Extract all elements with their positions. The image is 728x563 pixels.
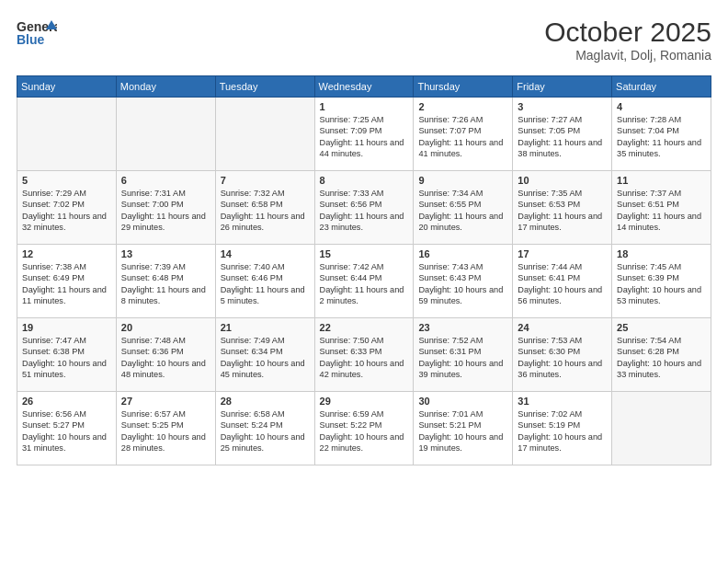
day-info: Sunrise: 7:35 AMSunset: 6:53 PMDaylight:… (518, 188, 607, 234)
day-number: 29 (320, 396, 409, 407)
calendar-cell: 30Sunrise: 7:01 AMSunset: 5:21 PMDayligh… (414, 392, 513, 465)
day-header-saturday: Saturday (612, 76, 711, 98)
calendar-cell: 8Sunrise: 7:33 AMSunset: 6:56 PMDaylight… (314, 171, 414, 245)
day-number: 5 (22, 175, 111, 186)
calendar-cell: 3Sunrise: 7:27 AMSunset: 7:05 PMDaylight… (513, 98, 612, 171)
logo: General Blue (17, 17, 57, 50)
day-number: 18 (617, 248, 706, 259)
day-info: Sunrise: 7:32 AMSunset: 6:58 PMDaylight:… (221, 188, 310, 234)
day-info: Sunrise: 7:29 AMSunset: 7:02 PMDaylight:… (22, 188, 111, 234)
calendar-cell: 9Sunrise: 7:34 AMSunset: 6:55 PMDaylight… (414, 171, 513, 245)
calendar-cell: 28Sunrise: 6:58 AMSunset: 5:24 PMDayligh… (215, 392, 314, 465)
calendar-cell: 16Sunrise: 7:43 AMSunset: 6:43 PMDayligh… (414, 245, 513, 318)
page: General Blue October 2025 Maglavit, Dolj… (0, 0, 728, 563)
day-info: Sunrise: 7:47 AMSunset: 6:38 PMDaylight:… (22, 335, 111, 381)
day-info: Sunrise: 6:59 AMSunset: 5:22 PMDaylight:… (320, 408, 409, 454)
calendar: SundayMondayTuesdayWednesdayThursdayFrid… (17, 75, 711, 465)
calendar-cell (612, 392, 711, 465)
calendar-cell: 5Sunrise: 7:29 AMSunset: 7:02 PMDaylight… (17, 171, 117, 245)
day-number: 15 (320, 248, 409, 259)
day-number: 9 (418, 175, 507, 186)
day-info: Sunrise: 6:58 AMSunset: 5:24 PMDaylight:… (221, 408, 310, 454)
day-info: Sunrise: 7:01 AMSunset: 5:21 PMDaylight:… (418, 408, 507, 454)
day-info: Sunrise: 7:43 AMSunset: 6:43 PMDaylight:… (418, 261, 507, 307)
calendar-cell: 26Sunrise: 6:56 AMSunset: 5:27 PMDayligh… (17, 392, 117, 465)
day-number: 16 (418, 248, 507, 259)
day-number: 12 (22, 248, 111, 259)
svg-text:Blue: Blue (17, 32, 45, 47)
day-header-friday: Friday (513, 76, 612, 98)
day-info: Sunrise: 7:48 AMSunset: 6:36 PMDaylight:… (121, 335, 210, 381)
day-number: 3 (518, 101, 607, 112)
calendar-cell: 17Sunrise: 7:44 AMSunset: 6:41 PMDayligh… (513, 245, 612, 318)
week-row-1: 5Sunrise: 7:29 AMSunset: 7:02 PMDaylight… (17, 171, 711, 245)
day-info: Sunrise: 7:42 AMSunset: 6:44 PMDaylight:… (320, 261, 409, 307)
day-info: Sunrise: 7:49 AMSunset: 6:34 PMDaylight:… (221, 335, 310, 381)
calendar-cell: 21Sunrise: 7:49 AMSunset: 6:34 PMDayligh… (215, 318, 314, 392)
day-info: Sunrise: 7:50 AMSunset: 6:33 PMDaylight:… (320, 335, 409, 381)
calendar-cell: 12Sunrise: 7:38 AMSunset: 6:49 PMDayligh… (17, 245, 117, 318)
day-number: 31 (518, 396, 607, 407)
calendar-cell: 14Sunrise: 7:40 AMSunset: 6:46 PMDayligh… (215, 245, 314, 318)
calendar-cell: 2Sunrise: 7:26 AMSunset: 7:07 PMDaylight… (414, 98, 513, 171)
day-info: Sunrise: 7:52 AMSunset: 6:31 PMDaylight:… (418, 335, 507, 381)
day-number: 20 (121, 322, 210, 333)
week-row-0: 1Sunrise: 7:25 AMSunset: 7:09 PMDaylight… (17, 98, 711, 171)
header: General Blue October 2025 Maglavit, Dolj… (17, 17, 711, 63)
day-info: Sunrise: 7:53 AMSunset: 6:30 PMDaylight:… (518, 335, 607, 381)
week-row-3: 19Sunrise: 7:47 AMSunset: 6:38 PMDayligh… (17, 318, 711, 392)
calendar-cell: 20Sunrise: 7:48 AMSunset: 6:36 PMDayligh… (116, 318, 215, 392)
calendar-cell: 23Sunrise: 7:52 AMSunset: 6:31 PMDayligh… (414, 318, 513, 392)
day-number: 21 (221, 322, 310, 333)
day-header-monday: Monday (116, 76, 215, 98)
day-info: Sunrise: 7:54 AMSunset: 6:28 PMDaylight:… (617, 335, 706, 381)
day-info: Sunrise: 7:45 AMSunset: 6:39 PMDaylight:… (617, 261, 706, 307)
day-number: 2 (418, 101, 507, 112)
day-info: Sunrise: 7:33 AMSunset: 6:56 PMDaylight:… (320, 188, 409, 234)
calendar-cell: 25Sunrise: 7:54 AMSunset: 6:28 PMDayligh… (612, 318, 711, 392)
day-info: Sunrise: 7:44 AMSunset: 6:41 PMDaylight:… (518, 261, 607, 307)
day-info: Sunrise: 7:25 AMSunset: 7:09 PMDaylight:… (320, 114, 409, 160)
calendar-cell: 7Sunrise: 7:32 AMSunset: 6:58 PMDaylight… (215, 171, 314, 245)
calendar-cell: 29Sunrise: 6:59 AMSunset: 5:22 PMDayligh… (314, 392, 414, 465)
day-number: 8 (320, 175, 409, 186)
calendar-cell (215, 98, 314, 171)
calendar-cell (17, 98, 117, 171)
month-title: October 2025 (544, 17, 711, 48)
location: Maglavit, Dolj, Romania (544, 48, 711, 63)
day-header-wednesday: Wednesday (314, 76, 414, 98)
day-info: Sunrise: 7:27 AMSunset: 7:05 PMDaylight:… (518, 114, 607, 160)
day-number: 14 (221, 248, 310, 259)
calendar-cell: 6Sunrise: 7:31 AMSunset: 7:00 PMDaylight… (116, 171, 215, 245)
day-header-sunday: Sunday (17, 76, 117, 98)
calendar-cell: 4Sunrise: 7:28 AMSunset: 7:04 PMDaylight… (612, 98, 711, 171)
day-info: Sunrise: 7:28 AMSunset: 7:04 PMDaylight:… (617, 114, 706, 160)
day-info: Sunrise: 7:38 AMSunset: 6:49 PMDaylight:… (22, 261, 111, 307)
day-info: Sunrise: 7:26 AMSunset: 7:07 PMDaylight:… (418, 114, 507, 160)
calendar-cell: 22Sunrise: 7:50 AMSunset: 6:33 PMDayligh… (314, 318, 414, 392)
day-number: 4 (617, 101, 706, 112)
day-number: 10 (518, 175, 607, 186)
calendar-cell: 15Sunrise: 7:42 AMSunset: 6:44 PMDayligh… (314, 245, 414, 318)
day-number: 22 (320, 322, 409, 333)
day-header-tuesday: Tuesday (215, 76, 314, 98)
day-number: 17 (518, 248, 607, 259)
calendar-cell: 18Sunrise: 7:45 AMSunset: 6:39 PMDayligh… (612, 245, 711, 318)
day-number: 26 (22, 396, 111, 407)
day-info: Sunrise: 6:57 AMSunset: 5:25 PMDaylight:… (121, 408, 210, 454)
day-header-thursday: Thursday (414, 76, 513, 98)
day-info: Sunrise: 7:31 AMSunset: 7:00 PMDaylight:… (121, 188, 210, 234)
calendar-cell: 1Sunrise: 7:25 AMSunset: 7:09 PMDaylight… (314, 98, 414, 171)
day-number: 1 (320, 101, 409, 112)
calendar-cell (116, 98, 215, 171)
day-number: 28 (221, 396, 310, 407)
day-info: Sunrise: 7:37 AMSunset: 6:51 PMDaylight:… (617, 188, 706, 234)
day-number: 11 (617, 175, 706, 186)
calendar-cell: 13Sunrise: 7:39 AMSunset: 6:48 PMDayligh… (116, 245, 215, 318)
calendar-cell: 11Sunrise: 7:37 AMSunset: 6:51 PMDayligh… (612, 171, 711, 245)
week-row-2: 12Sunrise: 7:38 AMSunset: 6:49 PMDayligh… (17, 245, 711, 318)
day-info: Sunrise: 6:56 AMSunset: 5:27 PMDaylight:… (22, 408, 111, 454)
calendar-cell: 24Sunrise: 7:53 AMSunset: 6:30 PMDayligh… (513, 318, 612, 392)
day-number: 6 (121, 175, 210, 186)
day-number: 25 (617, 322, 706, 333)
